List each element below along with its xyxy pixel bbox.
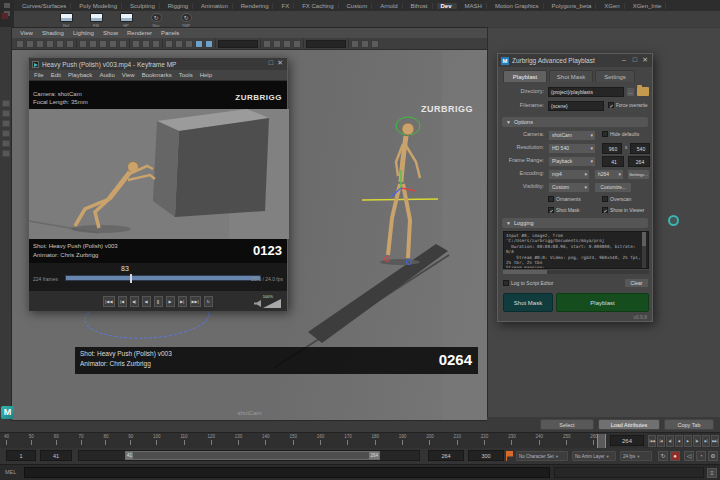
anim-layer-dropdown[interactable]: No Anim Layer	[572, 451, 616, 461]
divider[interactable]	[129, 39, 130, 48]
resolution-dropdown[interactable]: HD 540	[548, 143, 596, 154]
menu-collapse-icon[interactable]	[4, 3, 10, 8]
player-title-bar[interactable]: Heavy Push (Polish) v003.mp4 - Keyframe …	[29, 58, 287, 70]
overscan-checkbox[interactable]: Overscan	[602, 196, 631, 202]
move-icon[interactable]	[46, 40, 54, 48]
panel-menu-item[interactable]: Shading	[42, 30, 64, 36]
timeline-tick[interactable]: 100	[153, 434, 161, 448]
player-transport-button[interactable]: ▶|	[178, 296, 187, 307]
shadows-icon[interactable]	[273, 40, 281, 48]
timeline-tick[interactable]: 130	[235, 434, 243, 448]
start-frame-field[interactable]: 41	[602, 156, 624, 167]
playback-loop-icon[interactable]: ↻	[658, 451, 668, 461]
snap-point-icon[interactable]	[99, 40, 107, 48]
shelf-button-ref[interactable]: Ref	[56, 13, 76, 28]
player-menu-item[interactable]: Tools	[179, 72, 193, 78]
shelf-tab[interactable]: Bifrost	[407, 3, 433, 9]
timeline-tick[interactable]: 120	[207, 434, 215, 448]
directory-input[interactable]: {project}/playblasts	[548, 87, 624, 97]
tab-playblast[interactable]: Playblast	[503, 70, 547, 82]
render-settings-icon[interactable]	[185, 40, 193, 48]
timeline-tick[interactable]: 70	[79, 434, 84, 448]
customize-button[interactable]: Customize...	[594, 182, 632, 193]
anim-start-field[interactable]: 1	[6, 450, 36, 461]
scrollbar-thumb[interactable]	[503, 270, 547, 274]
timeline-tick[interactable]: 220	[481, 434, 489, 448]
ipr-render-icon[interactable]	[175, 40, 183, 48]
height-field[interactable]: 540	[630, 143, 650, 154]
dialog-title-bar[interactable]: M Zurbrigg Advanced Playblast – □ ✕	[498, 54, 652, 67]
log-to-script-editor-checkbox[interactable]: Log to Script Editor	[503, 280, 554, 286]
timeline-tick[interactable]: 200	[426, 434, 434, 448]
shelf-tab[interactable]: FX Caching	[298, 3, 338, 9]
scale-tool-icon[interactable]	[2, 150, 10, 157]
player-playhead[interactable]	[130, 274, 132, 283]
gate-mask-icon[interactable]	[351, 40, 359, 48]
player-progress-bar[interactable]	[65, 275, 261, 281]
shelf-tab[interactable]: FX	[277, 3, 294, 9]
timeline-tick[interactable]: 190	[399, 434, 407, 448]
panel-menu-item[interactable]: Show	[103, 30, 118, 36]
divider[interactable]	[303, 39, 304, 48]
timeline-tick[interactable]: 240	[536, 434, 544, 448]
scrollbar-thumb[interactable]	[642, 232, 646, 246]
playblast-action-button[interactable]: Playblast	[556, 293, 649, 312]
shelf-tab[interactable]: Rendering	[237, 3, 274, 9]
divider[interactable]	[162, 39, 163, 48]
fps-dropdown[interactable]: 24 fps	[620, 451, 652, 461]
auto-key-icon[interactable]: ●	[670, 451, 680, 461]
player-video-area[interactable]	[29, 109, 289, 239]
close-icon[interactable]: ✕	[277, 59, 283, 67]
motion-blur-icon[interactable]	[293, 40, 301, 48]
range-slider-bar[interactable]: 41 264	[78, 450, 420, 461]
shaded-icon[interactable]	[195, 40, 203, 48]
playback-range-block[interactable]: 41 264	[125, 451, 380, 460]
playback-end-field[interactable]: 264	[428, 450, 464, 461]
player-menu-item[interactable]: File	[34, 72, 44, 78]
panel-menu-item[interactable]: Lighting	[73, 30, 94, 36]
codec-dropdown[interactable]: h264	[594, 169, 624, 180]
shelf-tab[interactable]: XGen	[600, 3, 624, 9]
player-transport-button[interactable]: |◀	[118, 296, 127, 307]
divider[interactable]	[215, 39, 216, 48]
make-live-icon[interactable]	[119, 40, 127, 48]
timeline-tick[interactable]: 110	[180, 434, 187, 448]
player-transport-button[interactable]: ↻	[204, 296, 213, 307]
timeline-tick[interactable]: 170	[344, 434, 352, 448]
shelf-tab[interactable]: Polygons_beta	[548, 3, 597, 9]
shelf-button-rev[interactable]: ↻Rev	[146, 13, 166, 28]
animation-preferences-icon[interactable]: ◔	[696, 451, 706, 461]
timeline-tick[interactable]: 40	[4, 434, 9, 448]
paint-select-icon[interactable]	[36, 40, 44, 48]
shelf-tab[interactable]: Sculpting	[126, 3, 160, 9]
options-section-header[interactable]: ▼Options	[502, 117, 648, 127]
shelf-button-hp[interactable]: HP	[116, 13, 136, 28]
lasso-icon[interactable]	[26, 40, 34, 48]
player-transport-button[interactable]: ◀|	[130, 296, 139, 307]
width-field[interactable]: 960	[602, 143, 622, 154]
select-icon[interactable]	[16, 40, 24, 48]
force-overwrite-checkbox[interactable]: ✓Force overwrite	[608, 102, 648, 108]
transport-button[interactable]: |◀	[657, 435, 665, 447]
snap-plane-icon[interactable]	[109, 40, 117, 48]
show-in-viewer-checkbox[interactable]: ✓Show in Viewer	[602, 207, 644, 213]
playback-start-field[interactable]: 41	[40, 450, 72, 461]
divider[interactable]	[260, 39, 261, 48]
history-output-icon[interactable]	[142, 40, 150, 48]
log-horizontal-scrollbar[interactable]	[503, 270, 649, 274]
transport-button[interactable]: ▶	[684, 435, 692, 447]
end-frame-field[interactable]: 264	[628, 156, 650, 167]
shelf-tab[interactable]: Arnold	[376, 3, 402, 9]
player-menu-item[interactable]: Edit	[51, 72, 61, 78]
timeline-tick[interactable]: 60	[54, 434, 59, 448]
camera-dropdown[interactable]: shotCam	[548, 130, 596, 141]
timeline-tick[interactable]: 90	[128, 434, 133, 448]
transport-button[interactable]: ◀	[675, 435, 683, 447]
timeline-playhead[interactable]	[597, 434, 606, 448]
select-tool-icon[interactable]	[2, 100, 10, 107]
paint-tool-icon[interactable]	[2, 120, 10, 127]
player-transport-button[interactable]: |◀◀	[103, 296, 114, 307]
container-dropdown[interactable]: mp4	[548, 169, 590, 180]
shelf-button-fm[interactable]: FM	[86, 13, 106, 28]
shelf-tab[interactable]: XGen_Inte	[629, 3, 667, 9]
